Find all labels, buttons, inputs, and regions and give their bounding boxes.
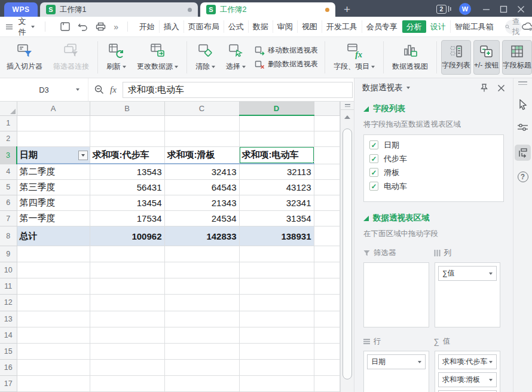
cell[interactable] — [90, 131, 164, 146]
hamburger-icon[interactable] — [6, 23, 13, 30]
cell[interactable] — [90, 295, 164, 311]
cell[interactable]: 21343 — [164, 195, 239, 210]
row-header[interactable]: 12 — [0, 295, 17, 311]
cell[interactable] — [314, 262, 340, 278]
cell[interactable] — [239, 359, 314, 375]
cell[interactable] — [314, 278, 340, 295]
tab-home[interactable]: 开始 — [135, 20, 160, 33]
cell[interactable] — [164, 131, 239, 146]
cell[interactable] — [90, 311, 164, 327]
row-header[interactable]: 3 — [0, 146, 17, 164]
cell[interactable] — [314, 327, 340, 343]
cell[interactable] — [164, 115, 239, 131]
cell[interactable] — [239, 278, 314, 295]
tab-developer[interactable]: 开发工具 — [322, 20, 362, 33]
pivot-header-skateboard[interactable]: 求和项:滑板 — [164, 146, 239, 164]
pointer-tool-button[interactable] — [518, 99, 528, 110]
help-button[interactable]: ? — [518, 172, 528, 182]
tab-insert[interactable]: 插入 — [160, 20, 184, 33]
checkbox-checked[interactable]: ✓ — [369, 168, 378, 177]
cell[interactable] — [17, 359, 90, 375]
column-header-e[interactable] — [314, 102, 340, 115]
cell[interactable] — [314, 246, 340, 262]
cell[interactable] — [164, 327, 239, 343]
fields-items-button[interactable]: fx 字段、项目 — [328, 41, 380, 74]
cell[interactable] — [239, 375, 314, 391]
settings-sliders-button[interactable] — [518, 123, 528, 131]
cell[interactable] — [314, 131, 340, 146]
formula-input[interactable]: 求和项:电动车 — [123, 82, 353, 98]
cell[interactable] — [17, 311, 90, 327]
tab-design[interactable]: 设计 — [426, 20, 451, 33]
row-header[interactable]: 6 — [0, 195, 17, 210]
rows-field-dropdown[interactable]: 日期 — [367, 354, 426, 369]
cell[interactable]: 32341 — [239, 195, 314, 210]
cell[interactable] — [314, 226, 340, 246]
cell[interactable] — [314, 375, 340, 391]
tab-member[interactable]: 会员专享 — [362, 20, 402, 33]
cell[interactable]: 第二季度 — [17, 164, 90, 179]
checkbox-checked[interactable]: ✓ — [369, 154, 378, 163]
checkbox-checked[interactable]: ✓ — [369, 140, 378, 149]
cell[interactable]: 第一季度 — [17, 211, 90, 226]
cell[interactable] — [239, 295, 314, 311]
print-icon[interactable] — [96, 22, 106, 31]
vertical-scrollbar[interactable] — [340, 102, 354, 392]
row-header[interactable]: 9 — [0, 246, 17, 262]
cell[interactable] — [17, 246, 90, 262]
cell[interactable] — [17, 327, 90, 343]
row-header[interactable]: 10 — [0, 262, 17, 278]
total-row-label[interactable]: 总计 — [17, 226, 90, 246]
cell[interactable] — [314, 211, 340, 226]
field-headers-toggle[interactable]: 字段标题 — [502, 40, 532, 75]
row-header[interactable]: 14 — [0, 327, 17, 343]
row-header[interactable]: 4 — [0, 164, 17, 179]
tab-view[interactable]: 视图 — [298, 20, 322, 33]
plus-minus-toggle[interactable]: +/- 按钮 — [473, 40, 500, 75]
change-data-source-button[interactable]: 更改数据源 — [132, 41, 184, 74]
column-header-c[interactable]: C — [164, 102, 239, 115]
dropdown-caret-icon[interactable] — [406, 87, 410, 89]
close-button[interactable] — [517, 5, 525, 13]
tab-smart-toolbox[interactable]: 智能工具箱 — [451, 20, 498, 33]
row-header[interactable]: 2 — [0, 131, 17, 146]
field-item-skateboard[interactable]: ✓ 滑板 — [364, 166, 503, 179]
cell[interactable] — [90, 327, 164, 343]
pivot-header-date[interactable]: 日期 — [17, 146, 90, 164]
save-icon[interactable] — [60, 22, 70, 31]
column-header-d[interactable]: D — [239, 102, 314, 115]
cell[interactable]: 31354 — [239, 211, 314, 226]
cell[interactable] — [314, 146, 340, 164]
cell[interactable]: 第三季度 — [17, 179, 90, 195]
cell[interactable]: 64543 — [164, 179, 239, 195]
refresh-button[interactable]: 刷新 — [101, 41, 132, 74]
cell[interactable] — [314, 343, 340, 359]
new-tab-button[interactable]: + — [344, 4, 350, 15]
cell[interactable] — [90, 115, 164, 131]
minimize-button[interactable] — [482, 5, 490, 13]
cell[interactable] — [17, 115, 90, 131]
cell[interactable]: 43123 — [239, 179, 314, 195]
cell[interactable] — [164, 262, 239, 278]
field-item-scooter[interactable]: ✓ 代步车 — [364, 152, 503, 166]
total-cell[interactable]: 142833 — [164, 226, 239, 246]
cell[interactable]: 24534 — [164, 211, 239, 226]
cell[interactable] — [239, 327, 314, 343]
row-header[interactable]: 13 — [0, 311, 17, 327]
cell[interactable]: 13454 — [90, 195, 164, 210]
pivot-panel-button[interactable] — [515, 145, 531, 161]
cell[interactable] — [17, 262, 90, 278]
field-list-section[interactable]: 字段列表 — [363, 103, 504, 114]
cell[interactable] — [314, 295, 340, 311]
undo-icon[interactable] — [78, 22, 88, 31]
column-header-a[interactable]: A — [17, 102, 90, 115]
file-menu[interactable]: 文件 — [17, 16, 36, 38]
cell[interactable]: 13543 — [90, 164, 164, 179]
search-box[interactable]: 查找 — [505, 20, 522, 34]
drag-handle-icon[interactable] — [518, 81, 527, 85]
document-tab-2[interactable]: S 工作簿2 — [200, 2, 335, 17]
cell[interactable] — [239, 262, 314, 278]
account-avatar[interactable]: W — [459, 3, 471, 15]
row-header[interactable]: 15 — [0, 343, 17, 359]
cell[interactable] — [164, 359, 239, 375]
